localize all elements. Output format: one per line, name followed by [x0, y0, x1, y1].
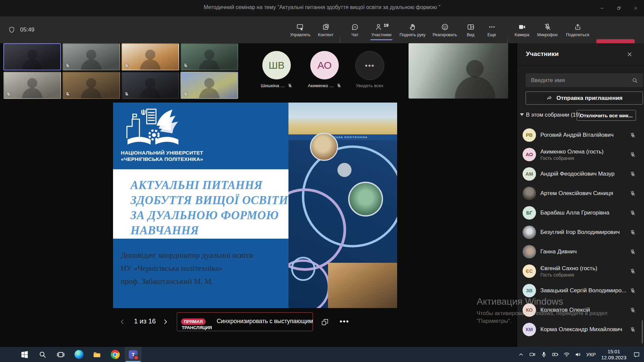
slide-header-block: НАЦІОНАЛЬНИЙ УНІВЕРСИТЕТ «ЧЕРНІГІВСЬКА П…	[113, 103, 288, 169]
scrollbar-thumb[interactable]	[642, 320, 643, 344]
person-silhouette	[199, 88, 220, 99]
video-tile[interactable]	[3, 72, 61, 99]
chrome-taskbar-icon[interactable]	[107, 347, 123, 362]
video-tile[interactable]	[3, 43, 61, 70]
participant-row[interactable]: ЗВ Завацький Сергій Володимиро...	[517, 281, 644, 300]
next-slide-button[interactable]	[160, 314, 171, 329]
participant-search-box	[526, 73, 643, 87]
system-tray: УКР 15:01 12.09.2023	[515, 347, 644, 362]
share-button[interactable]: Поделиться	[562, 18, 593, 41]
participant-name: Корма Олександр Михайлович	[540, 326, 630, 333]
slide-page-indicator: 1 из 16	[131, 317, 159, 325]
video-tile[interactable]	[121, 72, 179, 99]
participants-button[interactable]: 19 Участники	[367, 18, 396, 41]
avatar: КО	[523, 303, 536, 317]
avatar-akymenko[interactable]: АО	[310, 51, 339, 79]
start-button[interactable]	[16, 347, 33, 362]
see-all-label[interactable]: Увидеть всех	[351, 82, 388, 89]
participant-row[interactable]: КО Колєватов Олексій	[517, 300, 644, 320]
dots-icon: •••	[365, 61, 375, 70]
mic-button[interactable]: Микрофон	[534, 18, 561, 41]
tray-camera-icon[interactable]	[527, 347, 538, 362]
participant-row[interactable]: Артем Олексійович Синиця	[517, 184, 644, 203]
classroom-photo-circle	[348, 182, 383, 217]
close-button[interactable]	[627, 0, 644, 16]
clock-date: 12.09.2023	[598, 355, 629, 361]
avatar-shyshkina[interactable]: ШВ	[262, 51, 291, 79]
mute-all-button[interactable]: Отключить все мик...	[577, 110, 636, 121]
search-icon[interactable]	[632, 77, 638, 84]
wifi-icon[interactable]	[561, 347, 572, 362]
manage-button[interactable]: Управлять	[287, 18, 313, 41]
decor-ring	[291, 257, 315, 281]
sync-to-presenter-button[interactable]: ПРЯМАЯ ТРАНСЛЯЦИЯ Синхронизировать с выс…	[177, 312, 313, 331]
camera-button[interactable]: Камера	[511, 18, 533, 41]
slide-more-options-button[interactable]: •••	[337, 315, 352, 328]
prev-slide-button[interactable]	[117, 314, 128, 329]
close-icon	[627, 51, 633, 57]
content-button[interactable]: Контент	[315, 18, 337, 41]
participant-row[interactable]: БГ Барабаш Алла Григорівна	[517, 203, 644, 223]
spotlight-video-tile[interactable]	[409, 43, 508, 99]
language-indicator[interactable]: УКР	[584, 352, 598, 357]
restore-button[interactable]	[610, 0, 627, 16]
tray-mic-icon[interactable]	[538, 347, 549, 362]
folder-icon	[93, 350, 101, 359]
person-silhouette	[199, 59, 220, 70]
notification-icon	[633, 351, 640, 358]
video-tile[interactable]	[180, 43, 238, 70]
raise-hand-button[interactable]: Поднять руку	[396, 18, 429, 41]
see-all-button[interactable]: •••	[355, 51, 384, 80]
participant-row[interactable]: Безуглий Ігор Володимирович	[517, 223, 644, 242]
file-explorer-taskbar-icon[interactable]	[89, 347, 105, 362]
teams-taskbar-icon[interactable]: T	[125, 347, 142, 362]
active-tab-underline	[370, 39, 392, 40]
volume-icon[interactable]	[572, 347, 584, 362]
chat-button[interactable]: Чат	[344, 18, 366, 41]
edge-taskbar-icon[interactable]	[70, 347, 87, 362]
video-tile[interactable]	[62, 43, 120, 70]
close-panel-button[interactable]	[625, 50, 634, 59]
popout-layout-button[interactable]	[319, 316, 331, 328]
participant-row[interactable]: ЄС Євгеній Сахно (гость) Гость собрания	[517, 261, 644, 281]
person-silhouette	[466, 60, 484, 77]
taskbar-clock[interactable]: 15:01 12.09.2023	[598, 349, 629, 361]
battery-icon[interactable]	[549, 347, 561, 362]
mic-off-icon	[183, 92, 188, 97]
avatar: АМ	[523, 167, 536, 181]
share-invite-icon	[546, 95, 553, 102]
participant-row[interactable]: АО Акименко Олена (гость) Гость собрания	[517, 145, 644, 164]
participant-row[interactable]: КМ Корма Олександр Михайлович	[517, 320, 644, 339]
mic-off-icon	[630, 229, 636, 236]
avatar: АО	[523, 148, 536, 161]
person-silhouette	[140, 59, 161, 70]
action-center-button[interactable]	[629, 347, 644, 362]
more-button[interactable]: Еще	[482, 18, 502, 41]
participant-row[interactable]: Ганна Дивнич	[517, 242, 644, 261]
react-button[interactable]: Реагировать	[430, 18, 460, 41]
view-button[interactable]: Вид	[461, 18, 480, 41]
minimize-button[interactable]	[594, 0, 610, 16]
section-label[interactable]: В этом собрании (19)	[526, 112, 581, 118]
chevron-down-icon[interactable]	[520, 113, 524, 116]
window-titlebar: Методичний семінар на тему "Актуальні пи…	[0, 0, 644, 16]
chevron-left-icon	[119, 318, 126, 325]
video-tile[interactable]	[62, 72, 120, 99]
participant-row[interactable]: АМ Андрій Феодосійович Мазур	[517, 164, 644, 184]
avatar	[523, 187, 536, 200]
mic-off-icon	[65, 92, 70, 97]
mic-off-icon	[183, 63, 188, 68]
participant-name: Євгеній Сахно (гость)	[540, 265, 630, 272]
video-tile[interactable]	[121, 43, 179, 70]
search-input[interactable]	[530, 77, 632, 84]
send-invite-button[interactable]: Отправка приглашения	[526, 92, 643, 105]
building-photo: ЧЕРНІГІВСЬКА ПОЛІТЕХНІКА	[288, 103, 397, 140]
chrome-icon	[111, 350, 120, 359]
taskbar-search-button[interactable]	[34, 347, 51, 362]
show-hidden-icons-button[interactable]	[515, 347, 527, 362]
live-broadcast-badge: ПРЯМАЯ ТРАНСЛЯЦИЯ	[181, 318, 212, 330]
participant-row[interactable]: РВ Роговий Андрій Віталійович	[517, 125, 644, 145]
participant-name: Андрій Феодосійович Мазур	[540, 171, 630, 177]
task-view-button[interactable]	[52, 347, 69, 362]
video-tile[interactable]	[180, 72, 238, 99]
